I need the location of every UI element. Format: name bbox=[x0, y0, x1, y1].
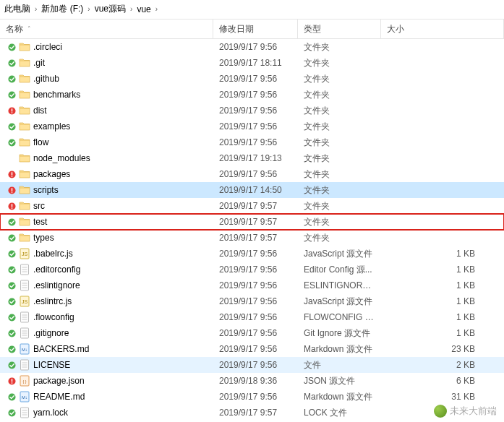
file-row[interactable]: .circleci2019/9/17 9:56文件夹 bbox=[0, 39, 504, 55]
cell-name: .gitignore bbox=[0, 327, 213, 339]
cell-name: packages bbox=[0, 168, 213, 180]
svg-text:M↓: M↓ bbox=[22, 395, 27, 400]
cell-type: 文件夹 bbox=[298, 216, 381, 228]
file-row[interactable]: dist2019/9/17 9:56文件夹 bbox=[0, 103, 504, 119]
cell-date: 2019/9/17 19:13 bbox=[213, 153, 298, 163]
file-row[interactable]: .eslintignore2019/9/17 9:56ESLINTIGNORE … bbox=[0, 277, 504, 293]
file-name: .gitignore bbox=[33, 328, 69, 338]
status-ok-icon bbox=[7, 345, 16, 353]
cell-name: .circleci bbox=[0, 41, 213, 53]
breadcrumb-root[interactable]: 此电脑 bbox=[4, 3, 30, 15]
cell-type: 文件夹 bbox=[298, 57, 381, 69]
cell-size: 1 KB bbox=[381, 296, 504, 306]
breadcrumb[interactable]: 此电脑 › 新加卷 (F:) › vue源码 › vue › bbox=[0, 0, 504, 19]
cell-date: 2019/9/17 9:56 bbox=[213, 392, 298, 402]
file-row[interactable]: yarn.lock2019/9/17 9:57LOCK 文件 bbox=[0, 405, 504, 421]
file-name: types bbox=[33, 233, 54, 243]
folder-icon bbox=[19, 121, 30, 132]
file-row[interactable]: .flowconfig2019/9/17 9:56FLOWCONFIG 文...… bbox=[0, 309, 504, 325]
file-row[interactable]: node_modules2019/9/17 19:13文件夹 bbox=[0, 150, 504, 166]
breadcrumb-part[interactable]: 新加卷 (F:) bbox=[41, 3, 83, 15]
folder-icon bbox=[19, 89, 30, 100]
svg-text:JS: JS bbox=[22, 299, 28, 304]
watermark-icon bbox=[434, 405, 447, 418]
file-row[interactable]: LICENSE2019/9/17 9:56文件2 KB bbox=[0, 357, 504, 373]
header-size-label: 大小 bbox=[387, 23, 404, 35]
file-row[interactable]: JS.babelrc.js2019/9/17 9:56JavaScript 源文… bbox=[0, 246, 504, 262]
svg-point-7 bbox=[8, 123, 15, 130]
file-row[interactable]: M↓BACKERS.md2019/9/17 9:56Markdown 源文件23… bbox=[0, 341, 504, 357]
cell-type: 文件夹 bbox=[298, 121, 381, 133]
file-row[interactable]: flow2019/9/17 9:56文件夹 bbox=[0, 134, 504, 150]
status-ok-icon bbox=[7, 233, 16, 242]
cell-type: Markdown 源文件 bbox=[298, 343, 381, 356]
cell-date: 2019/9/17 9:56 bbox=[213, 137, 298, 147]
header-date[interactable]: 修改日期 bbox=[213, 20, 298, 38]
cell-date: 2019/9/17 9:56 bbox=[213, 90, 298, 100]
svg-point-19 bbox=[8, 234, 15, 241]
breadcrumb-part[interactable]: vue bbox=[137, 4, 150, 14]
cell-date: 2019/9/17 9:56 bbox=[213, 344, 298, 354]
file-row[interactable]: scripts2019/9/17 14:50文件夹 bbox=[0, 182, 504, 198]
cell-size: 1 KB bbox=[381, 312, 504, 322]
file-row[interactable]: { }package.json2019/9/18 9:36JSON 源文件6 K… bbox=[0, 373, 504, 389]
cell-type: 文件夹 bbox=[298, 184, 381, 197]
watermark-text: 未来大前端 bbox=[450, 405, 497, 418]
cell-date: 2019/9/17 9:57 bbox=[213, 201, 298, 211]
file-row[interactable]: benchmarks2019/9/17 9:56文件夹 bbox=[0, 87, 504, 103]
file-row[interactable]: JS.eslintrc.js2019/9/17 9:56JavaScript 源… bbox=[0, 293, 504, 309]
folder-icon bbox=[19, 152, 30, 164]
file-icon bbox=[19, 311, 30, 323]
svg-rect-13 bbox=[11, 188, 12, 191]
file-name: README.md bbox=[33, 392, 85, 402]
cell-size: 2 KB bbox=[381, 360, 504, 370]
status-ok-icon bbox=[7, 392, 16, 401]
status-ok-icon bbox=[7, 265, 16, 274]
file-name: .github bbox=[33, 74, 59, 84]
cell-date: 2019/9/17 18:11 bbox=[213, 58, 298, 68]
cell-name: JS.eslintrc.js bbox=[0, 296, 213, 307]
file-name: node_modules bbox=[33, 153, 90, 163]
breadcrumb-part[interactable]: vue源码 bbox=[95, 3, 126, 15]
svg-rect-6 bbox=[11, 112, 12, 113]
svg-point-2 bbox=[8, 75, 15, 82]
folder-icon bbox=[19, 200, 30, 212]
svg-text:{ }: { } bbox=[22, 379, 26, 384]
header-name[interactable]: 名称 ˄ bbox=[0, 20, 213, 38]
cell-name: test bbox=[0, 216, 213, 228]
cell-type: 文件夹 bbox=[298, 232, 381, 244]
file-row[interactable]: .gitignore2019/9/17 9:56Git Ignore 源文件1 … bbox=[0, 325, 504, 341]
md-icon: M↓ bbox=[19, 391, 30, 402]
file-row[interactable]: test2019/9/17 9:57文件夹 bbox=[0, 214, 504, 230]
file-row[interactable]: src2019/9/17 9:57文件夹 bbox=[0, 198, 504, 214]
file-row[interactable]: .git2019/9/17 18:11文件夹 bbox=[0, 55, 504, 71]
svg-point-28 bbox=[8, 282, 15, 289]
cell-date: 2019/9/17 9:56 bbox=[213, 264, 298, 275]
cell-name: JS.babelrc.js bbox=[0, 248, 213, 259]
file-row[interactable]: .editorconfig2019/9/17 9:56Editor Config… bbox=[0, 262, 504, 277]
file-row[interactable]: M↓README.md2019/9/17 9:56Markdown 源文件31 … bbox=[0, 389, 504, 405]
cell-date: 2019/9/17 9:56 bbox=[213, 296, 298, 306]
cell-type: Git Ignore 源文件 bbox=[298, 327, 381, 340]
cell-date: 2019/9/17 9:56 bbox=[213, 169, 298, 179]
svg-point-41 bbox=[8, 330, 15, 337]
file-name: .circleci bbox=[33, 42, 62, 52]
status-ok-icon bbox=[7, 297, 16, 306]
cell-size: 1 KB bbox=[381, 328, 504, 338]
file-row[interactable]: .github2019/9/17 9:56文件夹 bbox=[0, 71, 504, 87]
cell-type: 文件夹 bbox=[298, 73, 381, 85]
file-icon bbox=[19, 327, 30, 339]
file-name: LICENSE bbox=[33, 360, 70, 370]
file-row[interactable]: packages2019/9/17 9:56文件夹 bbox=[0, 166, 504, 182]
cell-name: .editorconfig bbox=[0, 264, 213, 275]
file-row[interactable]: types2019/9/17 9:57文件夹 bbox=[0, 230, 504, 246]
cell-name: node_modules bbox=[0, 152, 213, 164]
file-name: BACKERS.md bbox=[33, 344, 89, 354]
cell-type: 文件夹 bbox=[298, 168, 381, 181]
header-name-label: 名称 bbox=[6, 23, 23, 35]
header-size[interactable]: 大小 bbox=[381, 20, 504, 38]
header-type[interactable]: 类型 bbox=[298, 20, 381, 38]
file-row[interactable]: examples2019/9/17 9:56文件夹 bbox=[0, 119, 504, 134]
json-icon: { } bbox=[19, 375, 30, 387]
cell-type: FLOWCONFIG 文... bbox=[298, 311, 381, 324]
